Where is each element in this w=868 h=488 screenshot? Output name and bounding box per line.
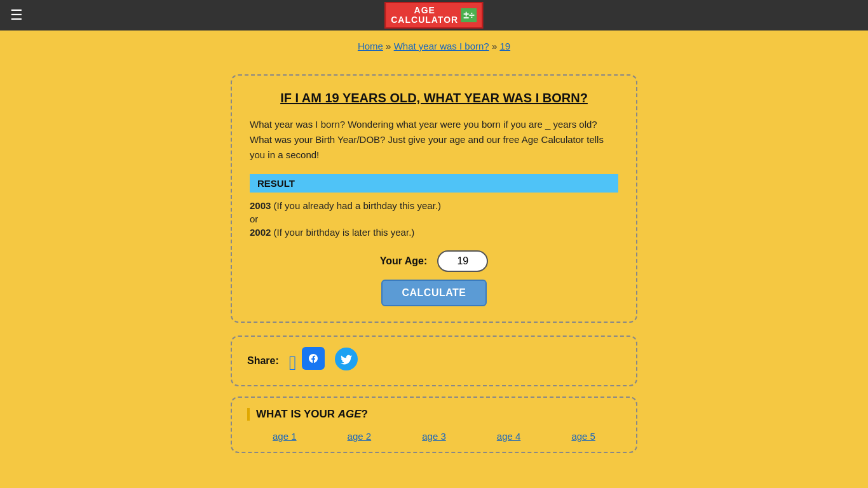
calculate-button[interactable]: CALCULATE [381,280,486,306]
logo-box[interactable]: AGE CALCULATOR ±÷ [384,2,483,29]
age-input-row: Your Age: [250,250,618,272]
result-bar: RESULT [250,174,618,193]
breadcrumb-home[interactable]: Home [358,41,383,51]
result-year-2: 2002 [250,227,271,238]
share-label: Share: [247,355,279,367]
breadcrumb-sep1: » [386,41,394,51]
logo-text-line1: AGE [414,6,435,15]
logo-text-line2: CALCULATOR [391,15,458,25]
result-text-1: (If you already had a birthday this year… [274,200,441,211]
calculate-button-row: CALCULATE [250,280,618,306]
twitter-icon[interactable] [335,348,358,375]
age-links-title-prefix: WHAT IS YOUR [256,408,338,420]
age-link-4[interactable]: age 4 [497,431,521,442]
your-age-label: Your Age: [380,255,428,267]
menu-icon[interactable]: ☰ [0,7,33,24]
age-links-card: WHAT IS YOUR AGE? age 1 age 2 age 3 age … [231,396,637,453]
logo-container: AGE CALCULATOR ±÷ [384,2,483,29]
or-line: or [250,214,618,224]
header: ☰ AGE CALCULATOR ±÷ [0,0,868,30]
age-input[interactable] [437,250,488,272]
age-links-grid: age 1 age 2 age 3 age 4 age 5 [247,431,621,442]
age-links-title: WHAT IS YOUR AGE? [247,408,621,421]
result-year-1: 2003 [250,200,271,211]
result-line-1: 2003 (If you already had a birthday this… [250,200,618,211]
breadcrumb-what-year[interactable]: What year was I born? [394,41,489,51]
age-link-5[interactable]: age 5 [571,431,595,442]
age-link-3[interactable]: age 3 [422,431,446,442]
breadcrumb-sep2: » [492,41,500,51]
age-link-2[interactable]: age 2 [348,431,372,442]
card-description: What year was I born? Wondering what yea… [250,117,618,163]
result-text-2: (If your birthday is later this year.) [274,227,415,238]
svg-rect-0 [302,347,325,370]
main-card: IF I AM 19 YEARS OLD, WHAT YEAR WAS I BO… [231,74,637,323]
age-link-1[interactable]: age 1 [273,431,297,442]
age-links-title-em: AGE [338,408,362,420]
share-card: Share:  [231,336,637,386]
card-title: IF I AM 19 YEARS OLD, WHAT YEAR WAS I BO… [250,91,618,105]
result-line-2: 2002 (If your birthday is later this yea… [250,227,618,238]
breadcrumb: Home » What year was I born? » 19 [0,30,868,62]
calculator-icon: ±÷ [461,8,477,22]
age-links-title-suffix: ? [362,408,368,420]
facebook-icon[interactable]:  [289,347,325,375]
breadcrumb-age[interactable]: 19 [499,41,510,51]
